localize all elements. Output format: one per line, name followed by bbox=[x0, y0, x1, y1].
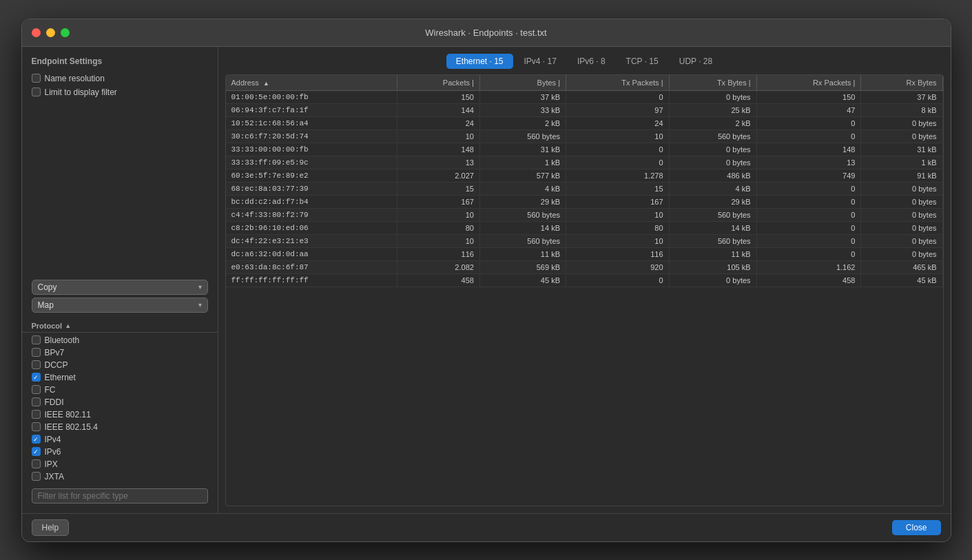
table-cell: 29 kB bbox=[479, 195, 566, 208]
table-row[interactable]: bc:dd:c2:ad:f7:b416729 kB16729 kB00 byte… bbox=[226, 195, 943, 208]
table-row[interactable]: dc:a6:32:0d:0d:aa11611 kB11611 kB00 byte… bbox=[226, 247, 943, 260]
protocol-checkbox[interactable] bbox=[32, 459, 41, 468]
table-cell: 1.278 bbox=[566, 169, 670, 182]
table-row[interactable]: 60:3e:5f:7e:89:e22.027577 kB1.278486 kB7… bbox=[226, 169, 943, 182]
table-row[interactable]: ff:ff:ff:ff:ff:ff45845 kB00 bytes45845 k… bbox=[226, 273, 943, 287]
traffic-lights bbox=[32, 28, 70, 37]
table-cell: 91 kB bbox=[861, 169, 942, 182]
protocol-checkbox[interactable] bbox=[32, 472, 41, 481]
limit-filter-row[interactable]: Limit to display filter bbox=[22, 85, 218, 99]
protocol-item[interactable]: IPv4 bbox=[22, 433, 218, 446]
protocol-item[interactable]: FC bbox=[22, 384, 218, 396]
protocol-item[interactable]: BPv7 bbox=[22, 346, 218, 359]
table-cell: 1.162 bbox=[756, 260, 861, 273]
close-traffic-light[interactable] bbox=[32, 28, 41, 37]
table-cell: 33:33:ff:09:e5:9c bbox=[226, 156, 397, 169]
protocol-checkbox[interactable] bbox=[32, 447, 41, 456]
filter-input[interactable] bbox=[32, 488, 208, 504]
table-row[interactable]: 33:33:ff:09:e5:9c131 kB00 bytes131 kB bbox=[226, 156, 943, 169]
table-row[interactable]: c8:2b:96:10:ed:068014 kB8014 kB00 bytes bbox=[226, 221, 943, 234]
col-bytes[interactable]: Bytes | bbox=[479, 75, 566, 91]
tab[interactable]: TCP · 15 bbox=[617, 54, 668, 69]
copy-dropdown[interactable]: Copy ▾ bbox=[32, 280, 208, 295]
table-cell: 4 kB bbox=[479, 182, 566, 195]
table-cell: 29 kB bbox=[669, 195, 756, 208]
protocol-checkbox[interactable] bbox=[32, 335, 41, 344]
table-cell: 0 bbox=[756, 195, 861, 208]
table-cell: 31 kB bbox=[479, 143, 566, 156]
map-dropdown[interactable]: Map ▾ bbox=[32, 298, 208, 313]
close-button[interactable]: Close bbox=[892, 520, 941, 535]
table-row[interactable]: c4:4f:33:80:f2:7910560 bytes10560 bytes0… bbox=[226, 208, 943, 221]
col-tx-packets[interactable]: Tx Packets | bbox=[566, 75, 670, 91]
endpoint-settings-label: Endpoint Settings bbox=[22, 54, 218, 72]
protocol-checkbox[interactable] bbox=[32, 422, 41, 431]
protocol-item[interactable]: JXTA bbox=[22, 470, 218, 483]
protocol-checkbox[interactable] bbox=[32, 385, 41, 394]
col-packets[interactable]: Packets | bbox=[397, 75, 479, 91]
protocol-sort-icon: ▲ bbox=[65, 322, 71, 329]
table-row[interactable]: 01:00:5e:00:00:fb15037 kB00 bytes15037 k… bbox=[226, 90, 943, 103]
col-tx-bytes[interactable]: Tx Bytes | bbox=[669, 75, 756, 91]
maximize-traffic-light[interactable] bbox=[61, 28, 70, 37]
name-resolution-checkbox[interactable] bbox=[32, 74, 41, 83]
protocol-name: FC bbox=[45, 385, 56, 395]
name-resolution-row[interactable]: Name resolution bbox=[22, 72, 218, 85]
table-cell: 2 kB bbox=[669, 116, 756, 129]
table-row[interactable]: 30:c6:f7:20:5d:7410560 bytes10560 bytes0… bbox=[226, 129, 943, 143]
table-row[interactable]: 06:94:3f:c7:fa:1f14433 kB9725 kB478 kB bbox=[226, 103, 943, 116]
name-resolution-label: Name resolution bbox=[45, 74, 105, 83]
table-cell: 560 bytes bbox=[479, 129, 566, 143]
tab[interactable]: IPv4 · 17 bbox=[515, 54, 566, 69]
protocol-checkbox[interactable] bbox=[32, 373, 41, 382]
table-row[interactable]: 33:33:00:00:00:fb14831 kB00 bytes14831 k… bbox=[226, 143, 943, 156]
table-cell: 0 bbox=[566, 90, 670, 103]
col-rx-bytes[interactable]: Rx Bytes bbox=[861, 75, 942, 91]
table-cell: 0 bytes bbox=[861, 182, 942, 195]
table-cell: 10 bbox=[397, 234, 479, 247]
table-cell: 458 bbox=[756, 273, 861, 287]
table-cell: bc:dd:c2:ad:f7:b4 bbox=[226, 195, 397, 208]
col-rx-packets[interactable]: Rx Packets | bbox=[756, 75, 861, 91]
protocol-checkbox[interactable] bbox=[32, 397, 41, 406]
table-row[interactable]: dc:4f:22:e3:21:e310560 bytes10560 bytes0… bbox=[226, 234, 943, 247]
table-cell: 0 bbox=[756, 234, 861, 247]
table-row[interactable]: 10:52:1c:68:56:a4242 kB242 kB00 bytes bbox=[226, 116, 943, 129]
protocol-item[interactable]: IEEE 802.11 bbox=[22, 408, 218, 421]
table-cell: 37 kB bbox=[861, 90, 942, 103]
table-cell: 0 bbox=[756, 221, 861, 234]
col-address[interactable]: Address ▲ bbox=[226, 75, 397, 91]
protocol-checkbox[interactable] bbox=[32, 435, 41, 444]
tab[interactable]: UDP · 28 bbox=[670, 54, 722, 69]
protocol-checkbox[interactable] bbox=[32, 360, 41, 369]
protocol-item[interactable]: FDDI bbox=[22, 396, 218, 408]
minimize-traffic-light[interactable] bbox=[46, 28, 55, 37]
table-cell: 60:3e:5f:7e:89:e2 bbox=[226, 169, 397, 182]
protocol-header-label: Protocol bbox=[32, 322, 63, 330]
protocol-item[interactable]: IPv6 bbox=[22, 446, 218, 458]
table-cell: 2.082 bbox=[397, 260, 479, 273]
help-button[interactable]: Help bbox=[32, 519, 70, 536]
protocol-item[interactable]: IPX bbox=[22, 458, 218, 470]
protocol-item[interactable]: Bluetooth bbox=[22, 334, 218, 346]
protocol-item[interactable]: IEEE 802.15.4 bbox=[22, 421, 218, 433]
table-container[interactable]: Address ▲ Packets | Bytes | Tx Packets |… bbox=[225, 74, 944, 506]
copy-map-area: Copy ▾ Map ▾ bbox=[22, 276, 218, 317]
protocol-item[interactable]: Ethernet bbox=[22, 371, 218, 384]
protocol-item[interactable]: DCCP bbox=[22, 359, 218, 371]
tab[interactable]: Ethernet · 15 bbox=[446, 54, 513, 69]
protocol-checkbox[interactable] bbox=[32, 410, 41, 419]
table-row[interactable]: 68:ec:8a:03:77:39154 kB154 kB00 bytes bbox=[226, 182, 943, 195]
table-cell: 24 bbox=[397, 116, 479, 129]
table-cell: 560 bytes bbox=[669, 129, 756, 143]
protocol-checkbox[interactable] bbox=[32, 348, 41, 357]
limit-filter-checkbox[interactable] bbox=[32, 87, 41, 96]
table-header-row: Address ▲ Packets | Bytes | Tx Packets |… bbox=[226, 75, 943, 91]
table-row[interactable]: e0:63:da:8c:6f:872.082569 kB920105 kB1.1… bbox=[226, 260, 943, 273]
protocol-name: FDDI bbox=[45, 397, 64, 407]
table-cell: 150 bbox=[397, 90, 479, 103]
bottom-bar: Help Close bbox=[22, 513, 951, 541]
tab[interactable]: IPv6 · 8 bbox=[568, 54, 615, 69]
table-cell: 0 bbox=[756, 247, 861, 260]
table-cell: 458 bbox=[397, 273, 479, 287]
